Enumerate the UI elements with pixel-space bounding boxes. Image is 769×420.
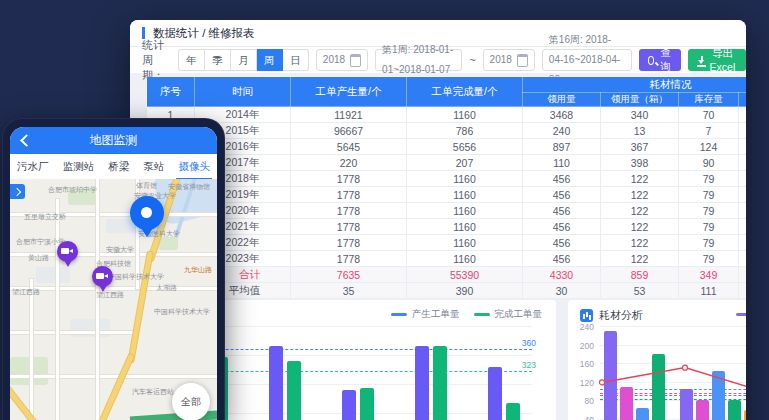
year-start-select[interactable]: 2018 (316, 49, 368, 71)
table-cell: 367 (601, 139, 679, 155)
query-button[interactable]: 查询 (639, 49, 682, 71)
table-cell: 340 (601, 107, 679, 123)
road (30, 279, 33, 420)
table-cell: 11921 (291, 107, 407, 123)
column-header: 序号 (147, 77, 195, 107)
table-cell: 122 (601, 219, 679, 235)
y-tick-label: 160 (580, 359, 594, 369)
period-option-季[interactable]: 季 (205, 49, 231, 71)
phone-title: 地图监测 (90, 132, 138, 149)
reference-line-label: 323 (522, 360, 536, 370)
workorder-chart-legend: 产生工单量完成工单量 (391, 308, 542, 321)
y-tick-label: 200 (580, 341, 594, 351)
table-cell: 1160 (407, 203, 523, 219)
table-cell: 79 (679, 251, 739, 267)
table-cell: 1778 (291, 235, 407, 251)
show-all-button[interactable]: 全部 (172, 383, 210, 420)
selected-camera-marker[interactable] (130, 196, 164, 230)
city-block (70, 319, 110, 337)
table-cell: 79 (679, 203, 739, 219)
table-row: 32016年56455656897367124129 (147, 139, 747, 155)
table-cell: 110 (523, 155, 601, 171)
camera-pin-icon[interactable] (57, 241, 78, 262)
tab-监测站[interactable]: 监测站 (63, 157, 95, 177)
map-expand-button[interactable] (10, 184, 25, 199)
tab-桥梁[interactable]: 桥梁 (108, 157, 129, 177)
camera-pin-icon[interactable] (92, 266, 113, 287)
table-row: 62019年177811604561227967 (147, 187, 747, 203)
table-cell: 1778 (291, 219, 407, 235)
table-cell: 1160 (407, 107, 523, 123)
city-block (36, 267, 70, 283)
map-label: 望江西路 (12, 287, 40, 297)
consumable-chart-card: 耗材分析 2402001601208040 (568, 300, 746, 420)
report-table: 序号时间工单产生量/个工单完成量/个耗材情况领用量领用量（箱）库存量入库量120… (146, 76, 746, 299)
y-tick-label: 240 (580, 322, 594, 332)
tab-泵站[interactable]: 泵站 (143, 157, 164, 177)
search-icon (648, 56, 654, 65)
map-view[interactable]: 合肥市琥珀中学体育馆安徽农业大学安徽省博物馆五里墩立交桥安徽医科大学合肥市宁溪小… (10, 179, 217, 420)
export-excel-button[interactable]: 导出Excel (688, 49, 746, 71)
column-header: 工单完成量/个 (407, 77, 523, 107)
sub-column-header: 库存量 (679, 93, 739, 107)
consumable-bar-line-chart (600, 326, 746, 420)
road (56, 199, 59, 420)
table-cell: 1160 (407, 187, 523, 203)
table-cell: 122 (601, 203, 679, 219)
period-option-月[interactable]: 月 (231, 49, 257, 71)
week-range-end-input[interactable]: 第16周: 2018-04-16~2018-04-22 (542, 49, 632, 71)
map-label: 中国科学技术大学 (108, 272, 164, 282)
back-icon[interactable] (20, 134, 33, 147)
table-cell: 90 (679, 155, 739, 171)
phone-screen: 地图监测 污水厂监测站桥梁泵站摄像头 (10, 127, 217, 420)
period-option-日[interactable]: 日 (283, 49, 309, 71)
table-cell: 1160 (407, 219, 523, 235)
charts-row: 产生工单量完成工单量 360323 耗材分析 2402001601208040 (146, 300, 746, 420)
table-cell: 220 (291, 155, 407, 171)
table-cell: 79 (679, 187, 739, 203)
table-row: 72020年177811604561227967 (147, 203, 747, 219)
table-cell: 240 (523, 123, 601, 139)
phone-tab-bar: 污水厂监测站桥梁泵站摄像头 (10, 154, 217, 180)
y-tick-label: 80 (585, 396, 594, 406)
table-cell: 19 (739, 155, 747, 171)
column-header: 工单产生量/个 (291, 77, 407, 107)
period-option-周[interactable]: 周 (257, 49, 283, 71)
table-cell: 1160 (407, 235, 523, 251)
table-cell: 1778 (291, 171, 407, 187)
table-cell: 1160 (407, 251, 523, 267)
bar-完成工单量 (506, 403, 520, 420)
bar-产生工单量 (488, 367, 502, 420)
period-option-年[interactable]: 年 (178, 49, 205, 71)
tab-污水厂[interactable]: 污水厂 (17, 157, 49, 177)
bar-chart-icon (580, 309, 593, 322)
phone-header: 地图监测 (10, 127, 217, 154)
table-cell: 67 (739, 187, 747, 203)
download-icon (697, 56, 703, 65)
year-start-value: 2018 (323, 50, 345, 70)
table-cell: 122 (601, 171, 679, 187)
main-road (95, 354, 134, 420)
table-cell: 67 (739, 203, 747, 219)
legend-item: 完成工单量 (474, 308, 543, 321)
road (10, 375, 217, 378)
average-row: 平均值353903053111145 (147, 283, 747, 299)
table-cell: 897 (523, 139, 601, 155)
table-cell: 67 (739, 219, 747, 235)
table-cell: 1778 (291, 187, 407, 203)
table-cell: 13 (601, 123, 679, 139)
tab-摄像头[interactable]: 摄像头 (178, 157, 210, 177)
table-cell: 96667 (291, 123, 407, 139)
park-area (10, 357, 48, 385)
bar-产生工单量 (415, 346, 429, 420)
table-cell: 79 (679, 219, 739, 235)
week-range-start-input[interactable]: 第1周: 2018-01-01~2018-01-07 (375, 49, 462, 71)
table-cell: 1160 (407, 171, 523, 187)
legend-item: 产生工单量 (391, 308, 460, 321)
table-cell: 5645 (291, 139, 407, 155)
map-label: 安徽大学 (106, 245, 134, 255)
table-cell: 67 (739, 171, 747, 187)
total-row: 合计7635553904330859349334 (147, 267, 747, 283)
table-cell: 1778 (291, 203, 407, 219)
year-end-select[interactable]: 2018 (483, 49, 535, 71)
